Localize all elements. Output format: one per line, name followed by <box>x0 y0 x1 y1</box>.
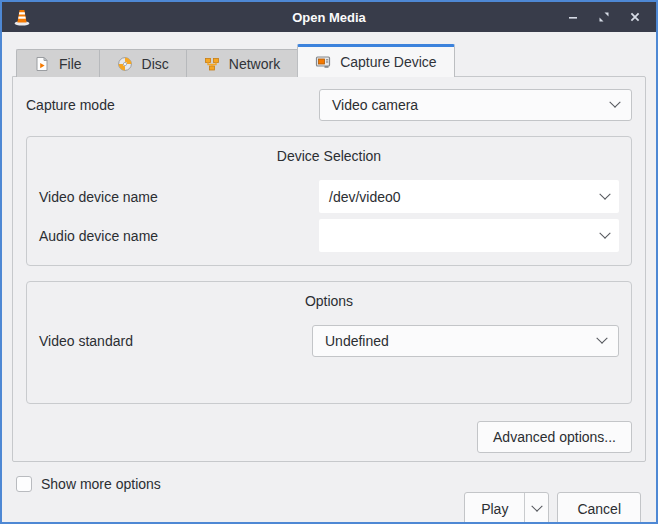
chevron-down-icon <box>609 97 620 108</box>
capture-device-panel: Capture mode Video camera Device Selecti… <box>12 76 646 462</box>
show-more-options-checkbox[interactable] <box>16 476 32 492</box>
chevron-down-icon <box>596 333 607 344</box>
network-icon <box>204 56 220 72</box>
audio-device-row: Audio device name <box>39 219 619 252</box>
video-standard-row: Video standard Undefined <box>39 325 619 357</box>
options-group: Options Video standard Undefined <box>26 281 632 404</box>
chevron-down-icon <box>599 188 610 199</box>
play-options-dropdown[interactable] <box>524 493 548 524</box>
video-device-value: /dev/video0 <box>329 189 601 205</box>
advanced-options-button[interactable]: Advanced options... <box>477 421 632 453</box>
close-icon[interactable] <box>624 6 646 28</box>
capture-mode-row: Capture mode Video camera <box>26 89 632 121</box>
capture-mode-value: Video camera <box>332 97 611 113</box>
vlc-cone-icon <box>12 7 32 27</box>
video-device-label: Video device name <box>39 189 319 205</box>
tab-disc[interactable]: Disc <box>99 49 186 77</box>
audio-device-label: Audio device name <box>39 228 319 244</box>
chevron-down-icon <box>531 501 542 512</box>
minimize-icon[interactable] <box>562 6 584 28</box>
window-title: Open Media <box>2 10 656 25</box>
open-media-dialog: Open Media <box>0 0 658 524</box>
show-more-options-label: Show more options <box>41 476 161 492</box>
video-device-row: Video device name /dev/video0 <box>39 180 619 213</box>
tab-capture-device-label: Capture Device <box>340 54 437 70</box>
restore-icon[interactable] <box>593 6 615 28</box>
play-button[interactable]: Play <box>465 493 524 524</box>
tab-network-label: Network <box>229 56 280 72</box>
tab-file[interactable]: File <box>16 49 99 77</box>
tab-file-label: File <box>59 56 82 72</box>
disc-icon <box>117 56 133 72</box>
show-more-options-row: Show more options <box>2 462 656 492</box>
tab-capture-device[interactable]: Capture Device <box>297 44 455 77</box>
video-standard-label: Video standard <box>39 333 312 349</box>
device-selection-title: Device Selection <box>39 145 619 174</box>
titlebar: Open Media <box>2 2 656 32</box>
tab-disc-label: Disc <box>142 56 169 72</box>
video-standard-dropdown[interactable]: Undefined <box>312 325 619 357</box>
audio-device-combobox[interactable] <box>319 219 619 252</box>
capture-mode-dropdown[interactable]: Video camera <box>319 89 632 121</box>
dialog-buttons: Play Cancel <box>2 492 656 524</box>
video-standard-value: Undefined <box>325 333 598 349</box>
capture-mode-label: Capture mode <box>26 97 319 113</box>
cancel-button[interactable]: Cancel <box>557 492 641 524</box>
media-tabs: File Disc Networ <box>2 32 656 77</box>
device-selection-group: Device Selection Video device name /dev/… <box>26 136 632 266</box>
file-media-icon <box>34 56 50 72</box>
chevron-down-icon <box>599 227 610 238</box>
options-title: Options <box>39 290 619 319</box>
video-device-combobox[interactable]: /dev/video0 <box>319 180 619 213</box>
play-split-button: Play <box>464 492 549 524</box>
tab-network[interactable]: Network <box>186 49 297 77</box>
capture-device-icon <box>315 54 331 70</box>
